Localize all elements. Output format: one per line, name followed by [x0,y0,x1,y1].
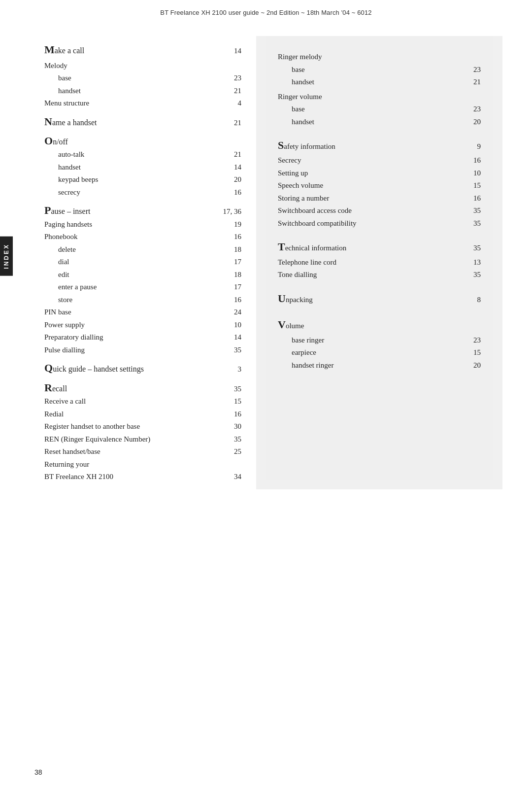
entry-ringer-volume: Ringer volume [278,91,481,103]
group-R: Recall 35 Receive a call 15 Redial 16 Re… [44,382,241,483]
entry-melody: Melody [44,60,241,72]
group-U: Unpacking 8 [278,289,481,308]
group-M: Make a call 14 Melody base 23 handset 21… [44,44,241,110]
entry-tone-dialling: Tone dialling 35 [278,269,481,281]
entry-phonebook-delete: delete 18 [44,243,241,256]
entry-name-handset: Name a handset 21 [44,116,241,130]
entry-phonebook-dial: dial 17 [44,256,241,269]
entry-make-a-call: Make a call 14 [44,44,241,58]
entry-telephone-line-cord: Telephone line cord 13 [278,256,481,269]
entry-redial: Redial 16 [44,408,241,421]
entry-on-off-autotalk: auto-talk 21 [44,148,241,161]
entry-menu-structure: Menu structure 4 [44,97,241,110]
entry-melody-handset: handset 21 [44,85,241,98]
entry-recall: Recall 35 [44,382,241,396]
entry-volume: Volume [278,315,481,334]
entry-on-off: On/off [44,135,241,148]
entry-phonebook-store: store 16 [44,294,241,307]
entry-melody-base: base 23 [44,72,241,85]
entry-on-off-keypad-beeps: keypad beeps 20 [44,173,241,186]
group-O: On/off auto-talk 21 handset 14 keypad be… [44,135,241,199]
entry-returning-your: Returning your [44,458,241,471]
entry-switchboard-compatibility: Switchboard compatibility 35 [278,217,481,230]
entry-reset-handset-base: Reset handset/base 25 [44,445,241,458]
entry-speech-volume: Speech volume 15 [278,179,481,192]
group-Q: Quick guide – handset settings 3 [44,362,241,376]
right-column: Ringer melody base 23 handset 21 Ringer … [256,36,502,489]
entry-switchboard-access-code: Switchboard access code 35 [278,205,481,217]
entry-setting-up: Setting up 10 [278,167,481,180]
right-column-bg: Ringer melody base 23 handset 21 Ringer … [266,36,493,480]
index-tab: INDEX [0,237,13,276]
page-number: 38 [34,768,42,776]
entry-phonebook: Phonebook 16 [44,231,241,243]
entry-preparatory-dialling: Preparatory dialling 14 [44,331,241,344]
entry-on-off-handset: handset 14 [44,161,241,174]
entry-register-handset: Register handset to another base 30 [44,420,241,433]
entry-secrecy: Secrecy 16 [278,154,481,167]
entry-ren: REN (Ringer Equivalence Number) 35 [44,433,241,446]
entry-receive-call: Receive a call 15 [44,395,241,408]
entry-power-supply: Power supply 10 [44,319,241,332]
entry-safety-information: Safety information 9 [278,136,481,154]
entry-ringer-melody-handset: handset 21 [278,76,481,89]
entry-phonebook-enter-pause: enter a pause 17 [44,281,241,294]
entry-paging-handsets: Paging handsets 19 [44,218,241,231]
entry-ringer-volume-base: base 23 [278,103,481,116]
entry-pause-insert: Pause – insert 17, 36 [44,205,241,218]
entry-volume-earpiece: earpiece 15 [278,346,481,359]
entry-phonebook-edit: edit 18 [44,269,241,281]
left-column: Make a call 14 Melody base 23 handset 21… [44,36,256,489]
entry-unpacking: Unpacking 8 [278,289,481,308]
group-S: Safety information 9 Secrecy 16 Setting … [278,136,481,230]
group-V: Volume base ringer 23 earpiece 15 handse… [278,315,481,372]
entry-on-off-secrecy: secrecy 16 [44,186,241,199]
page-header: BT Freelance XH 2100 user guide ~ 2nd Ed… [0,0,532,21]
entry-bt-freelance: BT Freelance XH 2100 34 [44,471,241,483]
entry-volume-base-ringer: base ringer 23 [278,334,481,347]
group-ringer: Ringer melody base 23 handset 21 Ringer … [278,51,481,128]
entry-storing-number: Storing a number 16 [278,192,481,205]
group-T: Technical information 35 Telephone line … [278,238,481,281]
entry-technical-information: Technical information 35 [278,238,481,256]
entry-quick-guide: Quick guide – handset settings 3 [44,362,241,376]
group-N: Name a handset 21 [44,116,241,130]
entry-pulse-dialling: Pulse dialling 35 [44,344,241,357]
entry-ringer-volume-handset: handset 20 [278,116,481,129]
entry-pin-base: PIN base 24 [44,306,241,319]
entry-volume-handset-ringer: handset ringer 20 [278,359,481,372]
entry-ringer-melody-base: base 23 [278,64,481,76]
group-P: Pause – insert 17, 36 Paging handsets 19… [44,205,241,356]
entry-ringer-melody: Ringer melody [278,51,481,64]
